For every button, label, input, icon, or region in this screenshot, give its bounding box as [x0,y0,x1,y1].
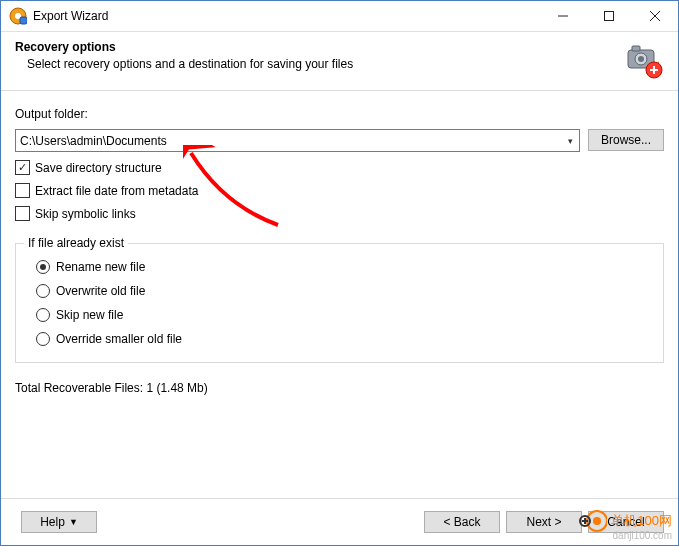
watermark-logo-icon [579,510,607,532]
output-folder-label: Output folder: [15,107,664,121]
wizard-header: Recovery options Select recovery options… [1,32,678,91]
help-button[interactable]: Help ▼ [21,511,97,533]
checkbox-label: Skip symbolic links [35,207,136,221]
wizard-content: Output folder: ▾ Save directory structur… [1,91,678,395]
maximize-button[interactable] [586,1,632,31]
skip-symlinks-checkbox[interactable]: Skip symbolic links [15,206,580,221]
radio-icon [36,308,50,322]
export-wizard-window: Export Wizard Recovery options Select re… [0,0,679,546]
checkbox-icon [15,183,30,198]
svg-point-15 [593,517,601,525]
back-button[interactable]: < Back [424,511,500,533]
app-icon [9,7,27,25]
checkbox-icon [15,160,30,175]
radio-label: Skip new file [56,308,123,322]
radio-label: Overwrite old file [56,284,145,298]
watermark-text: 单机100网 [611,512,672,530]
wizard-footer: Help ▼ < Back Next > Cancel [1,498,678,545]
header-title: Recovery options [15,40,616,54]
svg-rect-10 [632,46,640,51]
radio-overwrite[interactable]: Overwrite old file [36,284,651,298]
output-folder-input[interactable] [16,131,562,150]
radio-override-smaller[interactable]: Override smaller old file [36,332,651,346]
group-legend: If file already exist [24,236,128,250]
svg-rect-13 [653,66,655,74]
checkbox-icon [15,206,30,221]
checkbox-label: Extract file date from metadata [35,184,198,198]
svg-point-9 [638,56,644,62]
help-label: Help [40,515,65,529]
header-subtitle: Select recovery options and a destinatio… [15,57,616,71]
radio-icon [36,284,50,298]
extract-date-checkbox[interactable]: Extract file date from metadata [15,183,580,198]
minimize-button[interactable] [540,1,586,31]
camera-export-icon [624,40,664,80]
save-directory-checkbox[interactable]: Save directory structure [15,160,580,175]
browse-button[interactable]: Browse... [588,129,664,151]
radio-label: Rename new file [56,260,145,274]
svg-rect-2 [20,17,27,24]
total-recoverable-label: Total Recoverable Files: 1 (1.48 Mb) [15,381,664,395]
svg-rect-4 [605,12,614,21]
chevron-down-icon[interactable]: ▾ [562,136,579,146]
output-folder-combo[interactable]: ▾ [15,129,580,152]
radio-skip[interactable]: Skip new file [36,308,651,322]
radio-icon [36,260,50,274]
window-title: Export Wizard [33,9,540,23]
radio-icon [36,332,50,346]
next-button[interactable]: Next > [506,511,582,533]
file-exists-group: If file already exist Rename new file Ov… [15,243,664,363]
radio-label: Override smaller old file [56,332,182,346]
checkbox-label: Save directory structure [35,161,162,175]
watermark: 单机100网 danji100.com [579,510,672,541]
radio-rename[interactable]: Rename new file [36,260,651,274]
close-button[interactable] [632,1,678,31]
caret-down-icon: ▼ [69,517,78,527]
titlebar: Export Wizard [1,1,678,32]
